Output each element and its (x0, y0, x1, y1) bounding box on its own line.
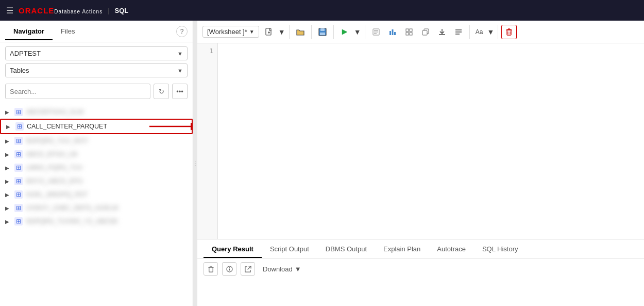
table-icon: ⊞ (15, 122, 24, 131)
list-item[interactable]: ▶ ⊞ ABCDEFGHIJ_KLM (0, 105, 193, 119)
copy-button[interactable] (418, 25, 433, 39)
svg-point-39 (229, 267, 229, 267)
grid-icon (405, 28, 413, 36)
table-icon: ⊞ (14, 190, 23, 199)
table-icon: ⊞ (14, 137, 23, 145)
open-button[interactable] (293, 25, 308, 39)
svg-rect-7 (320, 33, 325, 35)
download-label: Download (263, 265, 293, 273)
toolbar-group-font: Aa ▼ (473, 25, 499, 39)
list-item[interactable]: ▶ ⊞ UVWXY_ZABC_DEFG_HIJKLM (0, 201, 193, 215)
list-item[interactable]: ▶ ⊞ WXYZ_ABCD_EFG (0, 174, 193, 188)
red-arrow (149, 120, 193, 133)
schema-arrow: ▼ (177, 51, 183, 57)
tab-explain-plan[interactable]: Explain Plan (375, 241, 429, 258)
tab-query-result[interactable]: Query Result (204, 241, 262, 258)
schema-value: ADPTEST (10, 50, 41, 57)
tab-dbms-output[interactable]: DBMS Output (317, 241, 375, 258)
svg-marker-8 (342, 29, 347, 35)
new-arrow-button[interactable]: ▼ (278, 25, 286, 39)
download-toolbar-button[interactable] (434, 25, 450, 39)
oracle-sub: Database Actions (54, 9, 103, 14)
search-input[interactable] (5, 84, 150, 99)
svg-rect-17 (410, 29, 412, 31)
format-icon (455, 28, 462, 36)
topbar-separator: | (108, 7, 109, 14)
svg-rect-18 (406, 33, 409, 35)
save-button[interactable] (315, 25, 330, 39)
tab-autotrace[interactable]: Autotrace (429, 241, 474, 258)
new-file-button[interactable] (261, 25, 277, 39)
more-button[interactable]: ••• (172, 84, 188, 99)
expand-icon: ▶ (5, 192, 11, 198)
download-toolbar-icon (438, 28, 446, 36)
svg-rect-14 (392, 29, 393, 35)
table-icon: ⊞ (14, 217, 23, 226)
list-item[interactable]: ▶ ⊞ ABCD_EFGH_IJK (0, 148, 193, 161)
worksheet-dropdown[interactable]: [Worksheet ]* ▼ (202, 26, 259, 38)
highlighted-item-wrapper: ▶ ⊞ CALL_CENTER_PARQUET (0, 119, 193, 134)
svg-rect-33 (209, 267, 212, 271)
chart-button[interactable] (385, 25, 400, 39)
format-button[interactable] (451, 25, 466, 39)
editor-content[interactable] (218, 43, 644, 239)
object-type-arrow: ▼ (177, 68, 183, 74)
download-arrow: ▼ (295, 265, 301, 273)
result-info-button[interactable] (222, 262, 236, 276)
expand-icon: ▶ (5, 179, 11, 184)
table-icon: ⊞ (14, 164, 23, 172)
font-button[interactable]: Aa (473, 25, 486, 39)
clear-button[interactable] (501, 25, 517, 39)
svg-rect-15 (394, 32, 396, 35)
toolbar-group-new: ▼ (261, 25, 290, 39)
chart-icon (389, 28, 396, 36)
svg-rect-19 (410, 33, 412, 35)
table-name: CALL_CENTER_PARQUET (27, 123, 107, 130)
menu-icon[interactable]: ☰ (6, 6, 13, 15)
tab-navigator[interactable]: Navigator (5, 23, 53, 40)
run-button[interactable] (337, 25, 352, 39)
tab-script-output[interactable]: Script Output (262, 241, 317, 258)
download-button[interactable]: Download ▼ (259, 263, 305, 275)
result-export-button[interactable] (241, 262, 255, 276)
font-arrow-button[interactable]: ▼ (486, 25, 495, 39)
table-name: ABCDEFGHIJ_KLM (26, 108, 83, 116)
table-name: UVWXY_ZABC_DEFG_HIJKLM (26, 204, 118, 212)
result-info-icon (226, 266, 233, 272)
run-arrow-button[interactable]: ▼ (353, 25, 362, 39)
table-icon: ⊞ (14, 150, 23, 158)
script-button[interactable] (368, 25, 384, 39)
table-name: HIJKL_MNOPQ_RST (26, 191, 88, 198)
run-icon (341, 28, 348, 36)
toolbar-group-save (315, 25, 334, 39)
help-icon[interactable]: ? (176, 26, 188, 37)
grid-button[interactable] (401, 25, 417, 39)
oracle-logo: ORACLEDatabase Actions (19, 6, 103, 15)
list-item[interactable]: ▶ ⊞ LMNO_PQRS_TUV (0, 161, 193, 174)
svg-rect-6 (320, 28, 325, 31)
tab-sql-history[interactable]: SQL History (474, 241, 527, 258)
refresh-button[interactable]: ↻ (154, 84, 169, 99)
list-item[interactable]: ▶ ⊞ NOPQRS_TUV_WXY (0, 134, 193, 148)
object-type-dropdown[interactable]: Tables ▼ (5, 63, 188, 77)
expand-icon: ▶ (5, 205, 11, 211)
list-item[interactable]: ▶ ⊞ NOPQRS_TUVWX_YZ_ABCDE (0, 215, 193, 228)
svg-rect-27 (507, 30, 511, 35)
copy-icon (422, 28, 429, 36)
bottom-panel: Query Result Script Output DBMS Output E… (197, 239, 644, 306)
panel-resize-handle[interactable]: ⋮ (193, 21, 197, 306)
table-icon: ⊞ (14, 177, 23, 185)
result-trash-button[interactable] (204, 262, 218, 276)
tab-files[interactable]: Files (53, 23, 83, 40)
line-numbers: 1 (197, 43, 218, 239)
expand-icon: ▶ (5, 165, 11, 171)
result-tabs: Query Result Script Output DBMS Output E… (197, 239, 644, 259)
list-item[interactable]: ▶ ⊞ HIJKL_MNOPQ_RST (0, 188, 193, 201)
topbar-page-title: SQL (115, 7, 129, 14)
schema-dropdown[interactable]: ADPTEST ▼ (5, 46, 188, 60)
table-icon: ⊞ (14, 108, 23, 116)
nav-dropdowns: ADPTEST ▼ Tables ▼ (0, 42, 193, 82)
worksheet-label: [Worksheet ]* (207, 28, 247, 36)
svg-rect-2 (266, 28, 271, 35)
table-name: NOPQRS_TUV_WXY (26, 137, 89, 144)
